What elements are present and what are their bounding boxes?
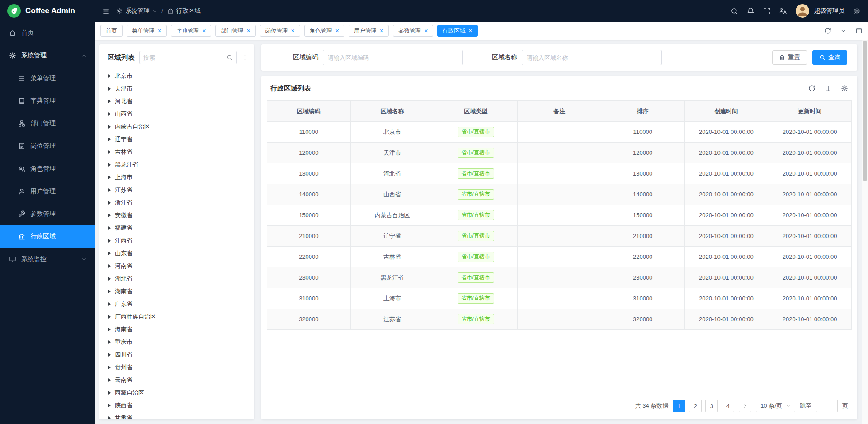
tree-item[interactable]: 陕西省 bbox=[99, 399, 254, 412]
refresh-icon[interactable] bbox=[808, 85, 816, 92]
sidebar-item-dept-mgmt[interactable]: 部门管理 bbox=[0, 112, 95, 135]
tree-item[interactable]: 江苏省 bbox=[99, 184, 254, 196]
expand-arrow-icon[interactable] bbox=[108, 188, 111, 192]
close-icon[interactable]: × bbox=[335, 28, 339, 34]
expand-arrow-icon[interactable] bbox=[108, 226, 111, 230]
expand-arrow-icon[interactable] bbox=[108, 150, 111, 154]
tree-item[interactable]: 辽宁省 bbox=[99, 133, 254, 146]
expand-arrow-icon[interactable] bbox=[108, 176, 111, 179]
close-icon[interactable]: × bbox=[202, 28, 206, 34]
table-row[interactable]: 310000上海市省市/直辖市3100002020-10-01 00:00:00… bbox=[267, 288, 852, 309]
sidebar-item-role-mgmt[interactable]: 角色管理 bbox=[0, 157, 95, 180]
page-button-2[interactable]: 2 bbox=[689, 400, 702, 412]
density-icon[interactable] bbox=[825, 85, 832, 92]
expand-arrow-icon[interactable] bbox=[108, 125, 111, 129]
tree-item[interactable]: 四川省 bbox=[99, 348, 254, 361]
tree-item[interactable]: 甘肃省 bbox=[99, 412, 254, 419]
expand-arrow-icon[interactable] bbox=[108, 112, 111, 116]
table-row[interactable]: 140000山西省省市/直辖市1400002020-10-01 00:00:00… bbox=[267, 184, 852, 205]
breadcrumb-level1[interactable]: 系统管理 bbox=[125, 7, 150, 15]
user-avatar[interactable] bbox=[796, 4, 809, 18]
fullscreen-icon[interactable] bbox=[763, 7, 771, 15]
tab-dict-mgmt[interactable]: 字典管理× bbox=[171, 25, 211, 37]
column-settings-gear-icon[interactable] bbox=[841, 85, 848, 92]
tab-param-mgmt[interactable]: 参数管理× bbox=[393, 25, 433, 37]
expand-arrow-icon[interactable] bbox=[108, 416, 111, 419]
tree-item[interactable]: 北京市 bbox=[99, 70, 254, 82]
tree-item[interactable]: 海南省 bbox=[99, 323, 254, 336]
expand-arrow-icon[interactable] bbox=[108, 366, 111, 369]
tab-dept-mgmt[interactable]: 部门管理× bbox=[215, 25, 255, 37]
table-row[interactable]: 220000吉林省省市/直辖市2200002020-10-01 00:00:00… bbox=[267, 247, 852, 267]
sidebar-item-system[interactable]: 系统管理 bbox=[0, 44, 95, 67]
sidebar-item-region[interactable]: 行政区域 bbox=[0, 225, 95, 248]
tree-item[interactable]: 吉林省 bbox=[99, 146, 254, 158]
tab-role-mgmt[interactable]: 角色管理× bbox=[304, 25, 344, 37]
expand-arrow-icon[interactable] bbox=[108, 214, 111, 217]
table-row[interactable]: 210000辽宁省省市/直辖市2100002020-10-01 00:00:00… bbox=[267, 226, 852, 247]
scrollbar-thumb[interactable] bbox=[863, 41, 867, 181]
table-row[interactable]: 150000内蒙古自治区省市/直辖市1500002020-10-01 00:00… bbox=[267, 205, 852, 226]
tab-menu-mgmt[interactable]: 菜单管理× bbox=[127, 25, 167, 37]
tree-item[interactable]: 贵州省 bbox=[99, 361, 254, 374]
tree-item[interactable]: 内蒙古自治区 bbox=[99, 120, 254, 133]
tree-item[interactable]: 上海市 bbox=[99, 171, 254, 184]
search-button[interactable]: 查询 bbox=[812, 50, 847, 65]
tab-user-mgmt[interactable]: 用户管理× bbox=[349, 25, 389, 37]
search-icon[interactable] bbox=[731, 7, 738, 15]
sidebar-item-user-mgmt[interactable]: 用户管理 bbox=[0, 180, 95, 203]
close-icon[interactable]: × bbox=[424, 28, 428, 34]
page-button-3[interactable]: 3 bbox=[705, 400, 718, 412]
page-size-select[interactable]: 10 条/页 bbox=[756, 400, 795, 412]
chevron-down-icon[interactable] bbox=[840, 28, 846, 34]
tab-region[interactable]: 行政区域× bbox=[437, 25, 477, 37]
close-icon[interactable]: × bbox=[380, 28, 383, 34]
expand-arrow-icon[interactable] bbox=[108, 302, 111, 306]
expand-arrow-icon[interactable] bbox=[108, 138, 111, 141]
tree-item[interactable]: 重庆市 bbox=[99, 336, 254, 348]
collapse-sidebar-icon[interactable] bbox=[102, 7, 110, 15]
tree-item[interactable]: 山东省 bbox=[99, 247, 254, 260]
table-row[interactable]: 110000北京市省市/直辖市1100002020-10-01 00:00:00… bbox=[267, 122, 852, 143]
close-icon[interactable]: × bbox=[158, 28, 161, 34]
tree-item[interactable]: 安徽省 bbox=[99, 209, 254, 222]
expand-arrow-icon[interactable] bbox=[108, 328, 111, 331]
tree-item[interactable]: 云南省 bbox=[99, 374, 254, 386]
close-icon[interactable]: × bbox=[291, 28, 295, 34]
page-button-1[interactable]: 1 bbox=[673, 400, 685, 412]
translate-icon[interactable] bbox=[779, 7, 787, 15]
expand-arrow-icon[interactable] bbox=[108, 391, 111, 395]
tree-item[interactable]: 西藏自治区 bbox=[99, 386, 254, 399]
username[interactable]: 超级管理员 bbox=[814, 7, 845, 15]
tree-item[interactable]: 湖北省 bbox=[99, 272, 254, 285]
sidebar-item-post-mgmt[interactable]: 岗位管理 bbox=[0, 135, 95, 157]
bell-icon[interactable] bbox=[747, 7, 755, 15]
expand-arrow-icon[interactable] bbox=[108, 87, 111, 91]
tab-home[interactable]: 首页 bbox=[100, 25, 123, 37]
expand-arrow-icon[interactable] bbox=[108, 201, 111, 205]
expand-arrow-icon[interactable] bbox=[108, 277, 111, 281]
table-row[interactable]: 130000河北省省市/直辖市1300002020-10-01 00:00:00… bbox=[267, 163, 852, 184]
tree-item[interactable]: 山西省 bbox=[99, 108, 254, 120]
page-button-4[interactable]: 4 bbox=[722, 400, 734, 412]
expand-arrow-icon[interactable] bbox=[108, 100, 111, 103]
expand-arrow-icon[interactable] bbox=[108, 315, 111, 319]
table-row[interactable]: 230000黑龙江省省市/直辖市2300002020-10-01 00:00:0… bbox=[267, 267, 852, 288]
tree-item[interactable]: 福建省 bbox=[99, 222, 254, 234]
layout-icon[interactable] bbox=[855, 27, 863, 34]
tree-item[interactable]: 浙江省 bbox=[99, 196, 254, 209]
tree-item[interactable]: 黑龙江省 bbox=[99, 158, 254, 171]
table-row[interactable]: 320000江苏省省市/直辖市3200002020-10-01 00:00:00… bbox=[267, 309, 852, 330]
sidebar-item-home[interactable]: 首页 bbox=[0, 22, 95, 44]
expand-arrow-icon[interactable] bbox=[108, 74, 111, 78]
expand-arrow-icon[interactable] bbox=[108, 404, 111, 407]
jump-page-input[interactable] bbox=[816, 400, 838, 412]
tree-item[interactable]: 河北省 bbox=[99, 95, 254, 108]
refresh-icon[interactable] bbox=[824, 27, 831, 34]
search-icon[interactable] bbox=[226, 54, 233, 61]
expand-arrow-icon[interactable] bbox=[108, 378, 111, 382]
region-name-input[interactable] bbox=[522, 50, 662, 65]
tree-item[interactable]: 河南省 bbox=[99, 260, 254, 272]
expand-arrow-icon[interactable] bbox=[108, 290, 111, 293]
expand-arrow-icon[interactable] bbox=[108, 340, 111, 344]
